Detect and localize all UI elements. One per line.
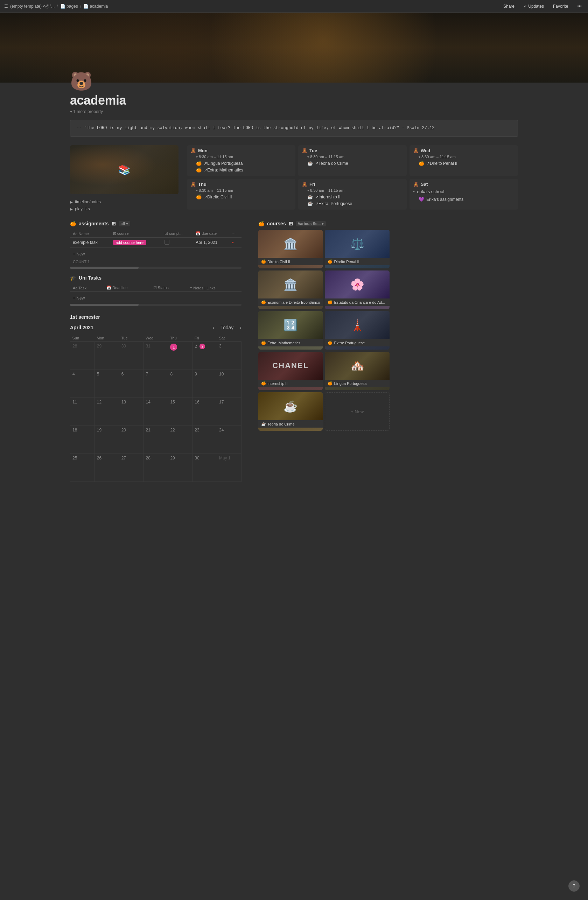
cal-day-29-mar[interactable]: 29 xyxy=(95,342,119,370)
cal-day-29[interactable]: 29 xyxy=(168,454,192,482)
assignments-scrollbar[interactable] xyxy=(70,267,242,269)
assignments-label: assignments xyxy=(79,221,109,227)
cal-day-23[interactable]: 23 xyxy=(192,426,217,454)
favorite-button[interactable]: Favorite xyxy=(551,3,570,9)
fri-time: ▾ 8:30 am – 11:15 am xyxy=(307,188,403,192)
uni-tasks-label: Uni Tasks xyxy=(79,275,101,281)
cal-day-15[interactable]: 15 xyxy=(168,398,192,426)
assignments-filter[interactable]: all ▾ xyxy=(119,221,130,227)
cal-day-25[interactable]: 25 xyxy=(70,454,95,482)
prev-month-button[interactable]: ‹ xyxy=(213,325,214,331)
cal-day-13[interactable]: 13 xyxy=(119,398,143,426)
cal-day-3-apr[interactable]: 3 xyxy=(217,342,242,370)
task-due-cell[interactable]: Apr 1, 2021 xyxy=(193,237,229,248)
cal-day-19[interactable]: 19 xyxy=(95,426,119,454)
left-main-col: 🍊 assignments ⊞ all ▾ Aa Name xyxy=(70,221,242,482)
sidebar-toggle[interactable]: ☰ xyxy=(4,4,8,9)
gallery-item-teoria[interactable]: ☕ ☕ Teoria do Crime xyxy=(258,392,323,431)
uni-tasks-scrollbar[interactable] xyxy=(70,304,242,306)
cal-day-27[interactable]: 27 xyxy=(119,454,143,482)
cal-day-30-mar[interactable]: 30 xyxy=(119,342,143,370)
cal-day-16[interactable]: 16 xyxy=(192,398,217,426)
cal-day-30[interactable]: 30 xyxy=(192,454,217,482)
col-due: 📅 due date xyxy=(193,230,229,237)
gallery-item-direito-civil[interactable]: 🏛️ 🍊 Direito Civil II xyxy=(258,230,323,268)
schedule-thu: 🧸 Thu ▾ 8:30 am – 11:15 am 🍊 ↗Direito Ci… xyxy=(187,179,295,209)
cal-day-11[interactable]: 11 xyxy=(70,398,95,426)
cal-day-17[interactable]: 17 xyxy=(217,398,242,426)
cal-day-9[interactable]: 9 xyxy=(192,370,217,398)
assignments-add-new[interactable]: + New xyxy=(70,250,242,258)
cal-day-10[interactable]: 10 xyxy=(217,370,242,398)
courses-section: 🍊 courses ⊞ Various Se... ▾ 🏛️ 🍊 Direito… xyxy=(250,221,389,482)
gallery-item-estatuto[interactable]: 🌸 🍊 Estatuto da Criança e do Ad... xyxy=(325,270,389,309)
calendar-week-1: 28 29 30 31 1 2 2 3 xyxy=(70,342,242,370)
gallery-item-direito-penal[interactable]: ⚖️ 🍊 Direito Penal II xyxy=(325,230,389,268)
content-two-col: 📚 ▶ timeline/notes ▶ playlists xyxy=(70,145,518,213)
course-badge[interactable]: add course here xyxy=(113,240,147,245)
col-right-schedule: 🧸 Mon ▾ 8:30 am – 11:15 am 🍊 ↗Língua Por… xyxy=(187,145,518,213)
next-month-button[interactable]: › xyxy=(240,325,242,331)
workspace-label: (empty template) <@°... xyxy=(10,4,54,9)
notes-col-icon: ≡ xyxy=(190,286,192,290)
help-button[interactable]: ? xyxy=(568,880,580,892)
timeline-notes-link[interactable]: ▶ timeline/notes xyxy=(70,199,178,205)
gallery-item-lingua[interactable]: 🏘️ 🍊 Língua Portuguesa xyxy=(325,352,389,390)
cal-day-20[interactable]: 20 xyxy=(119,426,143,454)
thu-header: 🧸 Thu xyxy=(191,182,292,187)
cal-day-14[interactable]: 14 xyxy=(143,398,168,426)
pages-label: 📄 pages xyxy=(60,4,78,9)
cal-day-4[interactable]: 4 xyxy=(70,370,95,398)
wed-icon: 🧸 xyxy=(413,148,419,153)
gallery-label-lingua: 🍊 Língua Portuguesa xyxy=(325,380,389,387)
uni-tasks-add-new[interactable]: + New xyxy=(70,294,242,303)
playlists-link[interactable]: ▶ playlists xyxy=(70,205,178,213)
today-button[interactable]: Today xyxy=(218,324,236,331)
cal-day-28[interactable]: 28 xyxy=(143,454,168,482)
cal-day-5[interactable]: 5 xyxy=(95,370,119,398)
schedule-grid: 🧸 Mon ▾ 8:30 am – 11:15 am 🍊 ↗Língua Por… xyxy=(187,145,518,209)
gallery-item-extra-math[interactable]: 🔢 🍊 Extra: Mathematics xyxy=(258,311,323,349)
gallery-item-economia[interactable]: 🏛️ 🍊 Economia e Direito Econômico xyxy=(258,270,323,309)
courses-add-new[interactable]: + New xyxy=(325,392,389,431)
mon-label: Mon xyxy=(198,148,208,153)
cal-day-31-mar[interactable]: 31 xyxy=(143,342,168,370)
wed-class-1: 🍊 ↗Direito Penal II xyxy=(413,160,515,166)
mon-icon: 🧸 xyxy=(191,148,196,153)
cal-day-21[interactable]: 21 xyxy=(143,426,168,454)
course-icon-7: 🍊 xyxy=(261,381,266,386)
courses-view-icon: ⊞ xyxy=(289,221,293,227)
cal-day-26[interactable]: 26 xyxy=(95,454,119,482)
task-name-cell[interactable]: exemple task xyxy=(70,237,110,248)
cal-day-24[interactable]: 24 xyxy=(217,426,242,454)
uni-tasks-heading: 🎓 Uni Tasks xyxy=(70,275,242,281)
cal-day-1-may[interactable]: May 1 xyxy=(217,454,242,482)
course-icon-5: 🍊 xyxy=(261,340,266,345)
cal-day-8[interactable]: 8 xyxy=(168,370,192,398)
cal-day-1-apr[interactable]: 1 xyxy=(168,342,192,370)
more-options-button[interactable]: ••• xyxy=(575,3,584,9)
breadcrumb-sep2: / xyxy=(80,4,81,9)
cal-day-6[interactable]: 6 xyxy=(119,370,143,398)
cal-day-22[interactable]: 22 xyxy=(168,426,192,454)
page-icon[interactable]: 🐻 xyxy=(70,71,93,92)
calendar-grid: Sun Mon Tue Wed Thu Fri Sat 28 xyxy=(70,335,242,482)
cal-day-2-apr[interactable]: 2 2 xyxy=(192,342,217,370)
completed-checkbox[interactable] xyxy=(164,240,169,245)
share-button[interactable]: Share xyxy=(501,3,517,9)
tue-label: Tue xyxy=(309,148,317,153)
semester-heading: 1st semester xyxy=(70,314,242,320)
cal-day-18[interactable]: 18 xyxy=(70,426,95,454)
courses-filter[interactable]: Various Se... ▾ xyxy=(296,221,326,227)
updates-button[interactable]: ✓ Updates xyxy=(521,3,546,9)
gallery-item-extra-port[interactable]: 🗼 🍊 Extra: Portuguese xyxy=(325,311,389,349)
cal-day-12[interactable]: 12 xyxy=(95,398,119,426)
page-property[interactable]: ▾ 1 more property xyxy=(70,109,518,114)
cal-day-28-mar[interactable]: 28 xyxy=(70,342,95,370)
gallery-item-internship[interactable]: CHANEL 🍊 Internship II xyxy=(258,352,323,390)
mon-header: 🧸 Mon xyxy=(191,148,292,153)
cal-day-7[interactable]: 7 xyxy=(143,370,168,398)
courses-heading: 🍊 courses ⊞ Various Se... ▾ xyxy=(258,221,389,227)
page-title[interactable]: academia xyxy=(70,93,518,108)
table-row: exemple task add course here Apr 1, 2021… xyxy=(70,237,242,248)
